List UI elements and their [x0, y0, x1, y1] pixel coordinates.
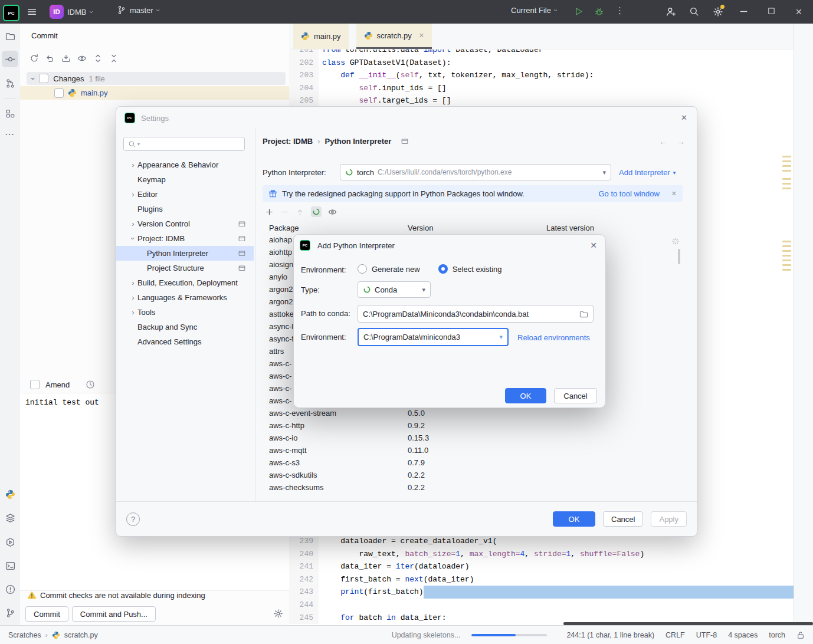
status-breadcrumb-file[interactable]: scratch.py	[64, 631, 98, 639]
error-stripe-mark[interactable]	[782, 188, 791, 189]
horizontal-scrollbar[interactable]	[563, 622, 813, 625]
show-early-releases-icon[interactable]	[328, 208, 337, 216]
error-stripe-mark[interactable]	[782, 183, 791, 185]
status-caret-position[interactable]: 244:1 (1 char, 1 line break)	[566, 631, 654, 639]
settings-apply-button[interactable]: Apply	[651, 511, 687, 527]
package-row[interactable]: aws-c-s30.7.9	[255, 456, 697, 469]
code-line[interactable]: 244	[289, 599, 794, 612]
add-dialog-ok-button[interactable]: OK	[505, 388, 546, 403]
code-line[interactable]: 240 raw_text, batch_size=1, max_length=4…	[289, 548, 794, 561]
chevron-right-icon[interactable]: ›	[129, 308, 137, 317]
add-dialog-cancel-button[interactable]: Cancel	[554, 388, 597, 403]
settings-tree-item[interactable]: ›Build, Execution, Deployment	[116, 275, 254, 290]
package-row[interactable]: aws-c-event-stream0.5.0	[255, 407, 697, 419]
services-tool-button[interactable]	[5, 537, 15, 547]
package-row[interactable]: aws-c-mqtt0.11.0	[255, 444, 697, 456]
lock-icon[interactable]	[796, 631, 805, 639]
close-icon[interactable]: ✕	[681, 113, 687, 122]
pull-requests-tool-button[interactable]	[5, 78, 15, 88]
settings-tree-item[interactable]: ›Languages & Frameworks	[116, 290, 254, 305]
select-existing-radio[interactable]	[438, 264, 448, 274]
uninstall-package-icon[interactable]	[280, 208, 289, 216]
error-stripe-mark[interactable]	[782, 165, 791, 167]
structure-tool-button[interactable]	[5, 109, 15, 119]
changes-group-row[interactable]: › Changes 1 file	[27, 72, 286, 85]
column-version[interactable]: Version	[408, 224, 546, 232]
generate-new-label[interactable]: Generate new	[372, 265, 420, 274]
code-line[interactable]: 203 def __init__(self, txt, tokenizer, m…	[289, 69, 794, 82]
error-stripe-mark[interactable]	[782, 250, 791, 252]
code-line[interactable]: 241 data_iter = iter(dataloader)	[289, 560, 794, 573]
column-latest[interactable]: Latest version	[546, 224, 594, 232]
branch-widget[interactable]: master ›	[117, 5, 159, 15]
code-with-me-button[interactable]	[666, 6, 676, 17]
settings-cancel-button[interactable]: Cancel	[603, 511, 643, 527]
shelve-icon[interactable]	[61, 54, 71, 63]
error-stripe-mark[interactable]	[782, 255, 791, 257]
settings-tree-item[interactable]: Plugins	[116, 202, 254, 216]
commit-history-icon[interactable]	[86, 380, 95, 389]
package-row[interactable]: aws-checksums0.2.2	[255, 481, 697, 494]
code-line[interactable]: 243 print(first_batch)	[289, 586, 794, 599]
error-stripe-mark[interactable]	[782, 241, 791, 242]
interpreter-combo[interactable]: torch C:/Users/liuli/.conda/envs/torch/p…	[340, 164, 611, 180]
settings-tree-item[interactable]: ›Tools	[116, 305, 254, 320]
breadcrumb-project[interactable]: Project: IDMB	[263, 137, 313, 146]
error-stripe-mark[interactable]	[782, 264, 791, 266]
conda-mode-toggle[interactable]	[311, 206, 322, 217]
settings-tree-item[interactable]: ›Editor	[116, 187, 254, 202]
error-stripe-mark[interactable]	[782, 170, 791, 172]
package-row[interactable]: aws-c-sdkutils0.2.2	[255, 469, 697, 481]
code-line[interactable]: 242 first_batch = next(data_iter)	[289, 573, 794, 586]
view-options-icon[interactable]	[77, 54, 87, 63]
code-line[interactable]: 204 self.input_ids = []	[289, 82, 794, 95]
list-scrollbar-thumb[interactable]	[678, 249, 680, 264]
error-stripe-mark[interactable]	[782, 156, 791, 157]
project-tool-button[interactable]	[5, 31, 15, 41]
version-control-tool-button[interactable]	[5, 608, 15, 618]
commit-options-gear-icon[interactable]	[273, 609, 283, 619]
tab-main-py[interactable]: main.py	[293, 24, 349, 49]
python-packages-tool-button[interactable]	[5, 513, 15, 523]
error-stripe-mark[interactable]	[782, 160, 791, 162]
settings-tree-item[interactable]: ›Version Control	[116, 216, 254, 231]
status-encoding[interactable]: UTF-8	[696, 631, 717, 639]
settings-tree-item[interactable]: Backup and Sync	[116, 320, 254, 334]
file-checkbox[interactable]	[54, 88, 64, 98]
nav-back-icon[interactable]: ←	[659, 137, 667, 146]
commit-tool-button[interactable]	[5, 54, 15, 64]
rollback-icon[interactable]	[45, 54, 55, 63]
select-existing-label[interactable]: Select existing	[453, 265, 502, 274]
close-tab-icon[interactable]: ✕	[419, 32, 424, 40]
env-combo[interactable]: C:\ProgramData\miniconda3 ▾	[358, 328, 509, 346]
code-line[interactable]: 205 self.target_ids = []	[289, 94, 794, 107]
status-interpreter[interactable]: torch	[769, 631, 785, 639]
chevron-right-icon[interactable]: ›	[129, 160, 137, 169]
problems-tool-button[interactable]	[5, 584, 15, 594]
browse-folder-icon[interactable]	[579, 310, 588, 318]
search-everywhere-button[interactable]	[689, 6, 699, 17]
maximize-button[interactable]	[767, 6, 776, 15]
package-row[interactable]: aws-c-http0.9.2	[255, 419, 697, 432]
nav-forward-icon[interactable]: →	[677, 137, 685, 146]
settings-ok-button[interactable]: OK	[553, 511, 595, 527]
code-bottom[interactable]: 239 dataloader = create_dataloader_v1(24…	[289, 535, 794, 624]
status-indent[interactable]: 4 spaces	[728, 631, 758, 639]
column-package[interactable]: Package	[269, 224, 408, 232]
settings-tree-item[interactable]: Keymap	[116, 172, 254, 187]
banner-link[interactable]: Go to tool window	[598, 189, 659, 198]
code-line[interactable]: 239 dataloader = create_dataloader_v1(	[289, 535, 794, 548]
run-button[interactable]	[573, 6, 583, 17]
help-button[interactable]: ?	[126, 512, 140, 526]
type-combo[interactable]: Conda ▾	[358, 281, 431, 298]
run-config-selector[interactable]: Current File ›	[511, 6, 557, 15]
minimize-button[interactable]	[739, 6, 749, 17]
debug-button[interactable]	[594, 6, 604, 17]
upgrade-package-icon[interactable]	[296, 208, 304, 216]
project-widget[interactable]: ID IDMB ›	[50, 5, 93, 19]
chevron-right-icon[interactable]: ›	[129, 293, 137, 302]
tab-scratch-py[interactable]: scratch.py ✕	[356, 24, 432, 49]
commit-and-push-button[interactable]: Commit and Push...	[72, 606, 156, 622]
reload-environments-link[interactable]: Reload environments	[517, 333, 590, 342]
generate-new-radio[interactable]	[358, 264, 367, 274]
